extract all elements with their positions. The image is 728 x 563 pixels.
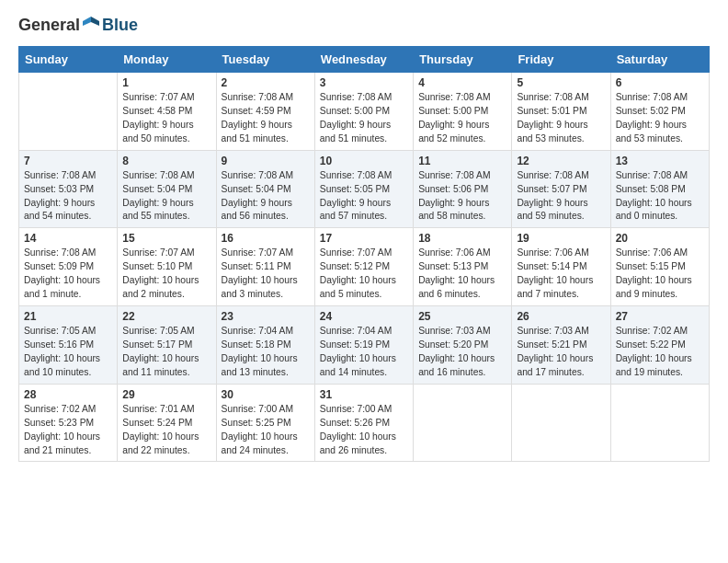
- calendar-week-row: 7Sunrise: 7:08 AMSunset: 5:03 PMDaylight…: [19, 150, 710, 228]
- day-number: 26: [517, 310, 605, 323]
- logo-image: General Blue: [18, 15, 138, 35]
- day-number: 4: [418, 76, 506, 89]
- col-header-friday: Friday: [512, 47, 610, 73]
- day-number: 16: [222, 232, 310, 245]
- page-container: General Blue SundayMondayTuesdayWednesda…: [0, 0, 728, 471]
- day-info: Sunrise: 7:08 AMSunset: 5:00 PMDaylight:…: [320, 91, 408, 146]
- day-number: 10: [320, 155, 408, 167]
- day-info: Sunrise: 7:03 AMSunset: 5:20 PMDaylight:…: [418, 325, 506, 380]
- day-number: 14: [24, 232, 112, 245]
- day-number: 11: [418, 155, 506, 167]
- col-header-thursday: Thursday: [414, 47, 512, 73]
- calendar-header-row: SundayMondayTuesdayWednesdayThursdayFrid…: [19, 47, 710, 73]
- calendar-cell: 23Sunrise: 7:04 AMSunset: 5:18 PMDayligh…: [216, 306, 314, 385]
- calendar-week-row: 21Sunrise: 7:05 AMSunset: 5:16 PMDayligh…: [19, 306, 710, 385]
- day-info: Sunrise: 7:08 AMSunset: 5:02 PMDaylight:…: [616, 91, 704, 146]
- day-info: Sunrise: 7:08 AMSunset: 5:00 PMDaylight:…: [418, 91, 506, 146]
- day-info: Sunrise: 7:08 AMSunset: 5:05 PMDaylight:…: [320, 169, 408, 224]
- day-info: Sunrise: 7:01 AMSunset: 5:24 PMDaylight:…: [122, 403, 210, 458]
- calendar-cell: 13Sunrise: 7:08 AMSunset: 5:08 PMDayligh…: [610, 150, 709, 228]
- day-number: 18: [418, 232, 506, 245]
- calendar-cell: 28Sunrise: 7:02 AMSunset: 5:23 PMDayligh…: [19, 384, 118, 462]
- day-info: Sunrise: 7:05 AMSunset: 5:17 PMDaylight:…: [122, 325, 210, 380]
- day-info: Sunrise: 7:03 AMSunset: 5:21 PMDaylight:…: [517, 325, 605, 380]
- day-number: 20: [616, 232, 704, 245]
- calendar-cell: 12Sunrise: 7:08 AMSunset: 5:07 PMDayligh…: [512, 150, 610, 228]
- calendar-cell: 5Sunrise: 7:08 AMSunset: 5:01 PMDaylight…: [512, 73, 610, 151]
- calendar-cell: 2Sunrise: 7:08 AMSunset: 4:59 PMDaylight…: [216, 73, 314, 151]
- calendar-cell: [414, 384, 512, 462]
- logo: General Blue: [18, 15, 138, 35]
- calendar-cell: 15Sunrise: 7:07 AMSunset: 5:10 PMDayligh…: [118, 228, 216, 306]
- calendar-cell: 14Sunrise: 7:08 AMSunset: 5:09 PMDayligh…: [19, 228, 118, 306]
- day-info: Sunrise: 7:06 AMSunset: 5:13 PMDaylight:…: [418, 247, 506, 302]
- day-number: 5: [517, 76, 605, 89]
- calendar-cell: 7Sunrise: 7:08 AMSunset: 5:03 PMDaylight…: [19, 150, 118, 228]
- calendar-week-row: 1Sunrise: 7:07 AMSunset: 4:58 PMDaylight…: [19, 73, 710, 151]
- day-number: 19: [517, 232, 605, 245]
- day-number: 21: [24, 310, 112, 323]
- calendar-cell: [610, 384, 709, 462]
- day-info: Sunrise: 7:08 AMSunset: 5:04 PMDaylight:…: [122, 169, 210, 224]
- calendar-week-row: 14Sunrise: 7:08 AMSunset: 5:09 PMDayligh…: [19, 228, 710, 306]
- calendar-cell: 10Sunrise: 7:08 AMSunset: 5:05 PMDayligh…: [314, 150, 413, 228]
- col-header-tuesday: Tuesday: [216, 47, 314, 73]
- day-info: Sunrise: 7:00 AMSunset: 5:25 PMDaylight:…: [222, 403, 310, 458]
- day-info: Sunrise: 7:04 AMSunset: 5:18 PMDaylight:…: [222, 325, 310, 380]
- day-info: Sunrise: 7:02 AMSunset: 5:23 PMDaylight:…: [24, 403, 112, 458]
- logo-text-blue: Blue: [102, 16, 138, 35]
- day-number: 28: [24, 388, 112, 401]
- day-info: Sunrise: 7:08 AMSunset: 5:09 PMDaylight:…: [24, 247, 112, 302]
- calendar-cell: 31Sunrise: 7:00 AMSunset: 5:26 PMDayligh…: [314, 384, 413, 462]
- calendar-cell: [19, 73, 118, 151]
- calendar-cell: 9Sunrise: 7:08 AMSunset: 5:04 PMDaylight…: [216, 150, 314, 228]
- day-info: Sunrise: 7:08 AMSunset: 4:59 PMDaylight:…: [222, 91, 310, 146]
- logo-flag-icon: [81, 15, 101, 35]
- calendar-cell: 1Sunrise: 7:07 AMSunset: 4:58 PMDaylight…: [118, 73, 216, 151]
- day-info: Sunrise: 7:04 AMSunset: 5:19 PMDaylight:…: [320, 325, 408, 380]
- col-header-sunday: Sunday: [19, 47, 118, 73]
- day-info: Sunrise: 7:07 AMSunset: 4:58 PMDaylight:…: [122, 91, 210, 146]
- day-number: 15: [122, 232, 210, 245]
- calendar-cell: [512, 384, 610, 462]
- calendar-table: SundayMondayTuesdayWednesdayThursdayFrid…: [18, 46, 710, 462]
- day-number: 24: [320, 310, 408, 323]
- calendar-cell: 26Sunrise: 7:03 AMSunset: 5:21 PMDayligh…: [512, 306, 610, 385]
- day-info: Sunrise: 7:06 AMSunset: 5:15 PMDaylight:…: [616, 247, 704, 302]
- day-number: 6: [616, 76, 704, 89]
- day-info: Sunrise: 7:02 AMSunset: 5:22 PMDaylight:…: [616, 325, 704, 380]
- header: General Blue: [18, 15, 710, 35]
- day-number: 23: [222, 310, 310, 323]
- logo-text-general: General: [18, 16, 80, 35]
- day-number: 13: [616, 155, 704, 167]
- day-number: 2: [222, 76, 310, 89]
- calendar-cell: 16Sunrise: 7:07 AMSunset: 5:11 PMDayligh…: [216, 228, 314, 306]
- day-info: Sunrise: 7:08 AMSunset: 5:06 PMDaylight:…: [418, 169, 506, 224]
- calendar-cell: 30Sunrise: 7:00 AMSunset: 5:25 PMDayligh…: [216, 384, 314, 462]
- calendar-cell: 29Sunrise: 7:01 AMSunset: 5:24 PMDayligh…: [118, 384, 216, 462]
- col-header-monday: Monday: [118, 47, 216, 73]
- calendar-cell: 27Sunrise: 7:02 AMSunset: 5:22 PMDayligh…: [610, 306, 709, 385]
- day-number: 3: [320, 76, 408, 89]
- calendar-cell: 18Sunrise: 7:06 AMSunset: 5:13 PMDayligh…: [414, 228, 512, 306]
- day-number: 17: [320, 232, 408, 245]
- calendar-cell: 6Sunrise: 7:08 AMSunset: 5:02 PMDaylight…: [610, 73, 709, 151]
- day-number: 25: [418, 310, 506, 323]
- calendar-cell: 3Sunrise: 7:08 AMSunset: 5:00 PMDaylight…: [314, 73, 413, 151]
- calendar-cell: 19Sunrise: 7:06 AMSunset: 5:14 PMDayligh…: [512, 228, 610, 306]
- calendar-cell: 20Sunrise: 7:06 AMSunset: 5:15 PMDayligh…: [610, 228, 709, 306]
- day-number: 31: [320, 388, 408, 401]
- calendar-cell: 25Sunrise: 7:03 AMSunset: 5:20 PMDayligh…: [414, 306, 512, 385]
- calendar-cell: 17Sunrise: 7:07 AMSunset: 5:12 PMDayligh…: [314, 228, 413, 306]
- day-number: 7: [24, 155, 112, 167]
- day-info: Sunrise: 7:08 AMSunset: 5:07 PMDaylight:…: [517, 169, 605, 224]
- day-info: Sunrise: 7:07 AMSunset: 5:10 PMDaylight:…: [122, 247, 210, 302]
- calendar-cell: 11Sunrise: 7:08 AMSunset: 5:06 PMDayligh…: [414, 150, 512, 228]
- day-number: 27: [616, 310, 704, 323]
- day-info: Sunrise: 7:07 AMSunset: 5:12 PMDaylight:…: [320, 247, 408, 302]
- day-info: Sunrise: 7:00 AMSunset: 5:26 PMDaylight:…: [320, 403, 408, 458]
- day-number: 1: [122, 76, 210, 89]
- calendar-cell: 22Sunrise: 7:05 AMSunset: 5:17 PMDayligh…: [118, 306, 216, 385]
- day-info: Sunrise: 7:05 AMSunset: 5:16 PMDaylight:…: [24, 325, 112, 380]
- calendar-cell: 8Sunrise: 7:08 AMSunset: 5:04 PMDaylight…: [118, 150, 216, 228]
